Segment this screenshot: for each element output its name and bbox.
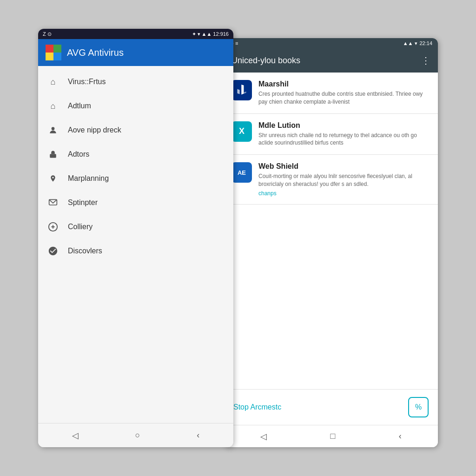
- content-list: Maarshil Cres prounted huatnuthe dulbe c…: [224, 73, 438, 389]
- item-title-webshield: Web Shield: [258, 162, 430, 171]
- item-content-web-shield: Web Shield Couit-morting or male alyou l…: [258, 162, 430, 197]
- phones-container: Z ⊙ ✦ ▾ ▲▲ 12:916 AVG Antivirus ⌂: [38, 29, 438, 447]
- ae-shield-icon: AE: [231, 162, 252, 183]
- person-icon: [47, 125, 59, 136]
- signal-icon-right: ▲▲: [403, 40, 413, 46]
- status-bar-right: ⊙ ≡ ▲▲ ▾ 22:14: [224, 38, 438, 48]
- nav-menu: ⌂ Virus::Frtus ⌂ Adtlum Aove nipp dreck …: [38, 66, 233, 423]
- nav-label-aove: Aove nipp dreck: [68, 126, 121, 134]
- nav-label-sptinpter: Sptinpter: [68, 198, 98, 207]
- app-title: AVG Antivirus: [67, 47, 124, 58]
- sidebar-item-marplanning[interactable]: Marplanning: [38, 166, 233, 191]
- bottom-nav-right: ◁ □ ‹: [224, 425, 438, 447]
- percent-button[interactable]: %: [408, 397, 429, 417]
- sidebar-item-colliery[interactable]: Colliery: [38, 215, 233, 239]
- back-button-left[interactable]: ◁: [72, 430, 79, 441]
- status-left-icons: Z ⊙: [43, 31, 52, 37]
- logo-q3: [46, 53, 53, 60]
- avg-logo: [46, 45, 61, 60]
- stop-arcmestc-button[interactable]: Stop Arcmestc: [233, 403, 281, 411]
- wifi-icon: ▾: [198, 31, 200, 37]
- list-item[interactable]: AE Web Shield Couit-morting or male alyo…: [224, 155, 438, 205]
- nav-label-colliery: Colliery: [68, 223, 93, 231]
- recent-button-left[interactable]: ‹: [197, 430, 199, 440]
- home-button-left[interactable]: ○: [135, 430, 140, 440]
- svg-point-0: [52, 127, 55, 130]
- nav-label-marplanning: Marplanning: [68, 174, 109, 183]
- sidebar-item-adtors[interactable]: Adtors: [38, 142, 233, 166]
- sidebar-item-sptinpter[interactable]: Sptinpter: [38, 191, 233, 215]
- back-button-right[interactable]: ◁: [260, 431, 267, 442]
- nav-label-adtors: Adtors: [68, 150, 89, 159]
- bluetooth-icon: ✦: [192, 31, 196, 37]
- signal-icon: ▲▲: [202, 31, 212, 37]
- item-desc-mdle: Shr unreus nich chaile nd to returnegy t…: [258, 132, 430, 147]
- sidebar-item-adtlum[interactable]: ⌂ Adtlum: [38, 94, 233, 118]
- nav-label-virus: Virus::Frtus: [68, 78, 106, 86]
- item-desc-webshield: Couit-morting or male alyou lnilr sencos…: [258, 172, 430, 188]
- status-right-icons: ▲▲ ▾ 22:14: [403, 40, 432, 46]
- ae-icon-label: AE: [238, 169, 246, 176]
- check-circle-icon: [47, 245, 59, 257]
- right-phone: ⊙ ≡ ▲▲ ▾ 22:14 Uniced-ylou books ⋮: [224, 38, 438, 447]
- item-link-chanps[interactable]: chanps: [258, 190, 430, 197]
- right-app-title: Uniced-ylou books: [231, 56, 300, 66]
- status-right-icons: ✦ ▾ ▲▲ 12:916: [192, 31, 229, 37]
- list-item[interactable]: X Mdle Lution Shr unreus nich chaile nd …: [224, 114, 438, 155]
- x-icon: X: [231, 121, 252, 142]
- more-options-button[interactable]: ⋮: [421, 55, 430, 66]
- status-left-text: Z ⊙: [43, 31, 52, 37]
- sidebar-item-discovlers[interactable]: Discovlers: [38, 239, 233, 263]
- home-icon-2: ⌂: [47, 100, 59, 112]
- left-phone: Z ⊙ ✦ ▾ ▲▲ 12:916 AVG Antivirus ⌂: [38, 29, 233, 447]
- svg-rect-1: [50, 154, 56, 158]
- item-desc-maarshil: Cres prounted huatnuthe dulbe contris st…: [258, 90, 430, 106]
- bottom-nav-left: ◁ ○ ‹: [38, 423, 233, 447]
- add-circle-icon: [47, 221, 59, 232]
- item-content-mdle-lution: Mdle Lution Shr unreus nich chaile nd to…: [258, 121, 430, 147]
- message-icon: [47, 197, 59, 208]
- recent-button-right[interactable]: ‹: [399, 431, 402, 441]
- pin-icon: [47, 173, 59, 184]
- item-title-maarshil: Maarshil: [258, 80, 430, 88]
- app-header: AVG Antivirus: [38, 39, 233, 66]
- item-title-mdle: Mdle Lution: [258, 121, 430, 130]
- ps-logo: [235, 83, 249, 97]
- item-content-maarshil: Maarshil Cres prounted huatnuthe dulbe c…: [258, 80, 430, 106]
- sidebar-item-aove-nipp[interactable]: Aove nipp dreck: [38, 118, 233, 142]
- status-bar-left: Z ⊙ ✦ ▾ ▲▲ 12:916: [38, 29, 233, 39]
- home-icon-1: ⌂: [47, 76, 59, 87]
- playstation-icon: [231, 80, 252, 100]
- wifi-icon-right: ▾: [415, 40, 417, 46]
- bottom-action: Stop Arcmestc %: [224, 389, 438, 425]
- list-item[interactable]: Maarshil Cres prounted huatnuthe dulbe c…: [224, 73, 438, 114]
- home-button-right[interactable]: □: [331, 431, 336, 441]
- time-right: 22:14: [419, 40, 432, 46]
- sidebar-item-virus-frtus[interactable]: ⌂ Virus::Frtus: [38, 70, 233, 94]
- right-app-header: Uniced-ylou books ⋮: [224, 48, 438, 73]
- nav-label-discovlers: Discovlers: [68, 247, 102, 255]
- logo-q4: [53, 53, 61, 60]
- logo-q2: [53, 45, 61, 53]
- logo-q1: [46, 45, 53, 53]
- x-icon-label: X: [239, 126, 245, 136]
- time-display: 12:916: [213, 31, 229, 37]
- nav-label-adtlum: Adtlum: [68, 102, 91, 110]
- lock-icon: [47, 149, 59, 160]
